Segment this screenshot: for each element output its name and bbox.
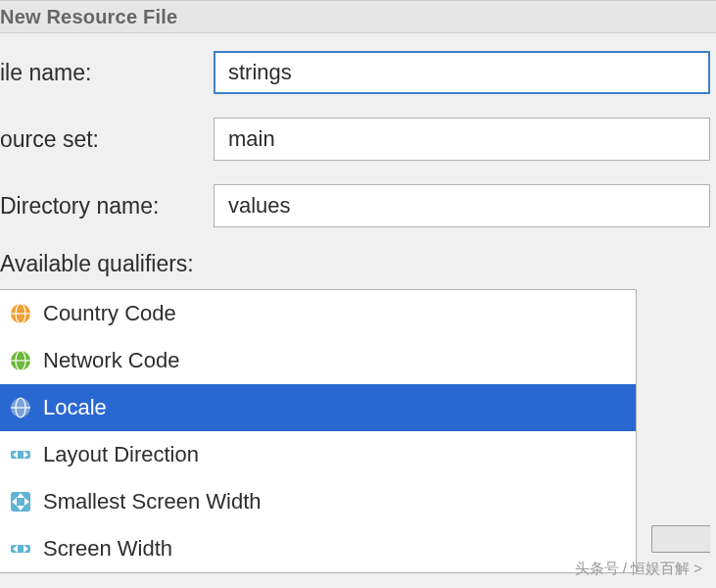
list-item-label: Country Code [43,301,176,326]
globe-icon [8,348,33,373]
qualifiers-listbox[interactable]: Country Code Network Code Locale Layout … [0,289,637,573]
source-set-input[interactable] [214,118,710,161]
dialog-content: ile name: ource set: Directory name: Ava… [0,33,716,573]
file-name-row: ile name: [0,51,710,94]
arrow-horizontal-icon [8,536,33,562]
source-set-label: ource set: [0,126,214,153]
list-item-label: Layout Direction [43,442,199,467]
list-item[interactable]: Country Code [0,290,636,337]
directory-name-row: Directory name: [0,184,710,227]
list-item[interactable]: Layout Direction [0,431,636,478]
source-set-row: ource set: [0,118,710,161]
globe-icon [8,395,33,420]
list-item[interactable]: Locale [0,384,636,431]
list-item-label: Screen Width [43,536,172,562]
globe-icon [8,301,33,326]
file-name-input[interactable] [214,51,710,94]
available-qualifiers-label: Available qualifiers: [0,251,710,277]
dialog-title: New Resource File [0,6,177,28]
list-item-label: Locale [43,395,107,420]
directory-name-input[interactable] [214,184,710,227]
dialog-title-bar: New Resource File [0,0,716,33]
list-item[interactable]: Smallest Screen Width [0,478,636,525]
file-name-label: ile name: [0,60,214,86]
list-item-label: Smallest Screen Width [43,489,262,514]
list-item[interactable]: Screen Width [0,525,636,572]
directory-name-label: Directory name: [0,193,214,220]
arrow-horizontal-icon [8,442,33,467]
list-item[interactable]: Network Code [0,337,636,384]
arrows-all-icon [8,489,33,514]
partial-button[interactable] [651,525,710,553]
list-item-label: Network Code [43,348,179,373]
